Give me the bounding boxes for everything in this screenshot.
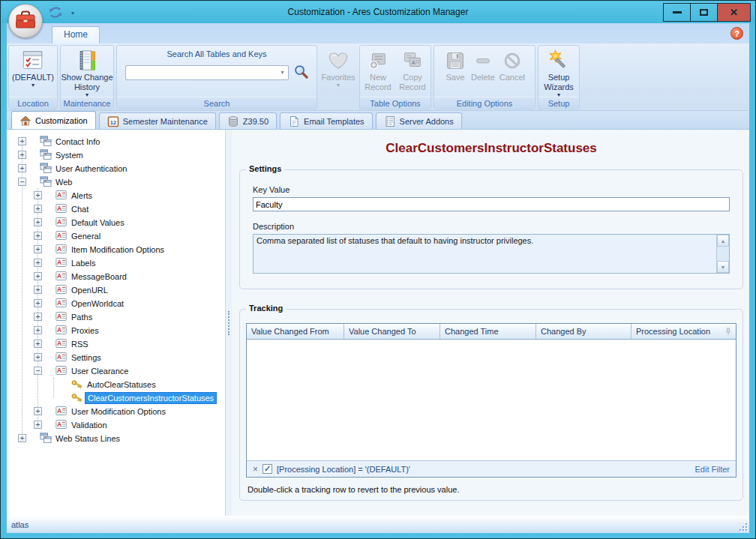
tree-item[interactable]: +AMessageBoard (7, 270, 225, 283)
expand-toggle[interactable]: + (34, 232, 42, 240)
tree-item-label[interactable]: Item Modification Options (69, 244, 166, 255)
tree-item[interactable]: +ADefault Values (7, 216, 225, 229)
expand-toggle[interactable]: + (18, 434, 26, 442)
tree-item-label[interactable]: User Clearance (69, 366, 130, 376)
tree-item[interactable]: −AUser Clearance (7, 364, 225, 378)
new-record-button[interactable]: New Record (362, 46, 394, 92)
tree-item[interactable]: +Contact Info (7, 135, 225, 148)
delete-button[interactable]: Delete (471, 46, 495, 82)
description-box[interactable]: Comma separated list of statuses that de… (253, 234, 730, 274)
expand-toggle[interactable]: + (18, 137, 26, 145)
expand-toggle[interactable]: + (34, 245, 42, 253)
tree-item-label[interactable]: RSS (69, 339, 91, 349)
expand-toggle[interactable]: + (34, 326, 42, 334)
collapse-toggle[interactable]: − (34, 367, 42, 375)
key-value-input[interactable] (253, 197, 730, 211)
search-input[interactable] (126, 67, 278, 79)
tree-item[interactable]: +AItem Modification Options (7, 243, 225, 256)
tab-server-addons[interactable]: Server Addons (376, 112, 462, 129)
tree-item[interactable]: +AOpenWorldcat (7, 297, 225, 310)
panel-splitter[interactable] (226, 130, 232, 516)
tree-item[interactable]: +System (7, 148, 225, 162)
description-scrollbar[interactable]: ▲ ▼ (716, 235, 729, 273)
tab-z3950[interactable]: Z39.50 (219, 112, 277, 129)
grid-body[interactable] (247, 340, 736, 460)
title-bar[interactable]: Customization - Ares Customization Manag… (2, 1, 754, 23)
tree-item-label[interactable]: Web (53, 177, 74, 187)
search-dropdown-icon[interactable]: ▾ (277, 70, 287, 76)
tree-item-label[interactable]: User Authentication (53, 163, 129, 174)
column-header[interactable]: Value Changed To (344, 324, 440, 339)
tree-item-label[interactable]: OpenWorldcat (69, 298, 126, 309)
expand-toggle[interactable]: + (18, 151, 26, 159)
maximize-button[interactable] (690, 3, 718, 22)
search-icon[interactable] (293, 64, 309, 81)
quick-access-dropdown-icon[interactable]: ▾ (71, 10, 74, 16)
column-header[interactable]: Processing Location (632, 324, 736, 339)
expand-toggle[interactable]: + (34, 340, 42, 348)
expand-toggle[interactable]: + (34, 407, 42, 415)
setup-wizards-button[interactable]: Setup Wizards ▾ (541, 46, 577, 98)
expand-toggle[interactable]: + (34, 218, 42, 226)
tree-item[interactable]: +AProxies (7, 324, 225, 337)
tab-semester-maintenance[interactable]: 12Semester Maintenance (99, 112, 216, 129)
tree-item-label[interactable]: System (53, 150, 86, 160)
remove-filter-icon[interactable]: × (253, 465, 258, 474)
expand-toggle[interactable]: + (34, 286, 42, 294)
tree-item[interactable]: +APaths (7, 310, 225, 324)
tree-item[interactable]: ClearCustomersInstructorStatuses (7, 391, 225, 405)
tree-item-label[interactable]: Paths (69, 312, 94, 322)
tree-item[interactable]: +User Authentication (7, 162, 225, 175)
copy-record-button[interactable]: A Copy Record (397, 46, 428, 92)
expand-toggle[interactable]: + (34, 313, 42, 321)
tree-item-label[interactable]: Default Values (69, 217, 127, 228)
tree-item[interactable]: −Web (7, 175, 225, 189)
tree-item[interactable]: +AChat (7, 202, 225, 216)
close-button[interactable]: ✕ (717, 3, 751, 22)
expand-toggle[interactable]: + (34, 272, 42, 280)
tree-item-label[interactable]: Web Status Lines (53, 433, 122, 444)
cancel-button[interactable]: Cancel (500, 46, 525, 82)
expand-toggle[interactable]: + (34, 191, 42, 199)
tree-item-label[interactable]: General (69, 231, 103, 241)
tree-item-label[interactable]: Labels (69, 258, 98, 268)
tree-item[interactable]: +AGeneral (7, 229, 225, 243)
location-default-button[interactable]: (DEFAULT) ▾ (12, 46, 54, 88)
tree-item-label[interactable]: AutoClearStatuses (85, 379, 158, 390)
tree-item-label[interactable]: Proxies (69, 325, 101, 336)
tree-item[interactable]: +AAlerts (7, 189, 225, 202)
expand-toggle[interactable]: + (34, 299, 42, 307)
help-button[interactable]: ? (730, 27, 743, 40)
expand-toggle[interactable]: + (34, 353, 42, 361)
tree-item-label[interactable]: Alerts (69, 190, 94, 201)
save-button[interactable]: Save (444, 46, 466, 82)
tree-item-label[interactable]: Validation (69, 420, 110, 430)
tree-item[interactable]: +Web Status Lines (7, 432, 225, 445)
favorites-button[interactable]: Favorites ▾ (321, 46, 355, 88)
show-change-history-button[interactable]: Show Change History ▾ (58, 46, 116, 98)
column-header[interactable]: Changed By (536, 324, 632, 339)
tab-customization[interactable]: Customization (11, 111, 96, 129)
tree-item-label[interactable]: OpenURL (69, 285, 110, 295)
column-header[interactable]: Changed Time (440, 324, 536, 339)
expand-toggle[interactable]: + (18, 164, 26, 172)
tree-item[interactable]: +ASettings (7, 351, 225, 364)
tree-item-label[interactable]: Contact Info (53, 136, 102, 147)
application-button[interactable] (8, 4, 43, 38)
tree-item[interactable]: +ALabels (7, 256, 225, 270)
tree-item-label[interactable]: Chat (69, 204, 91, 214)
edit-filter-link[interactable]: Edit Filter (695, 465, 730, 474)
scroll-up-icon[interactable]: ▲ (717, 235, 729, 247)
scroll-down-icon[interactable]: ▼ (717, 261, 729, 273)
minimize-button[interactable] (663, 3, 691, 22)
tree-item[interactable]: +AUser Modification Options (7, 405, 225, 418)
column-header[interactable]: Value Changed From (247, 324, 344, 339)
search-combobox[interactable]: ▾ (125, 65, 289, 80)
expand-toggle[interactable]: + (34, 205, 42, 213)
tree-item-label[interactable]: User Modification Options (69, 406, 168, 417)
filter-checkbox[interactable]: ✓ (262, 464, 272, 474)
collapse-toggle[interactable]: − (18, 178, 26, 186)
tree-item[interactable]: +ARSS (7, 337, 225, 351)
tab-email-templates[interactable]: Email Templates (280, 112, 373, 129)
ribbon-tab-home[interactable]: Home (52, 26, 100, 43)
